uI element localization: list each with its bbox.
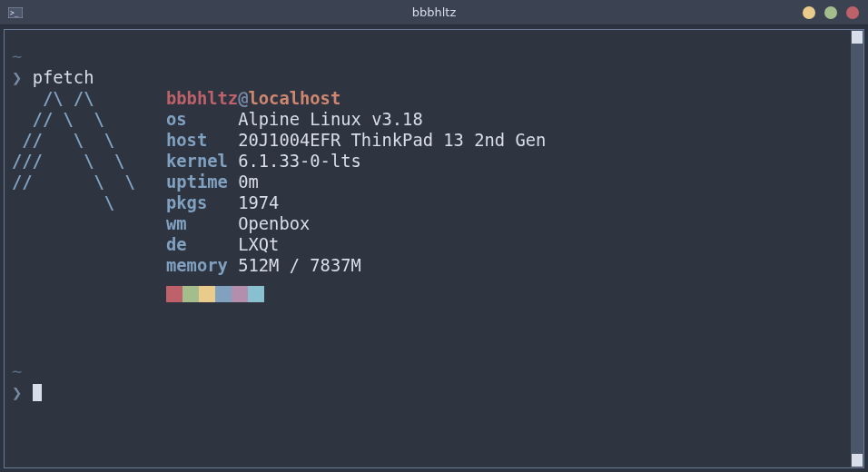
fetch-label-host: host: [166, 130, 207, 151]
terminal-frame: ~ ❯ pfetch /\ /\bbbhltz@localhost // \ \…: [0, 25, 868, 472]
fetch-value-uptime: 0m: [238, 172, 259, 192]
color-palette: [166, 286, 856, 302]
fetch-label-kernel: kernel: [166, 151, 228, 172]
fetch-value-host: 20J1004EFR ThinkPad 13 2nd Gen: [238, 130, 546, 151]
fetch-row-kernel: /// \ \kernel 6.1.33-0-lts: [12, 151, 856, 172]
active-prompt: ❯: [12, 382, 856, 403]
scrollbar[interactable]: [851, 30, 863, 467]
terminal-app-icon: >_: [7, 6, 24, 19]
close-button[interactable]: [846, 6, 859, 19]
prompt-char: ❯: [12, 383, 22, 402]
svg-text:>_: >_: [10, 9, 19, 17]
terminal-window: >_ bbbhltz ~ ❯ pfetch /\ /\bbbhltz@local…: [0, 0, 868, 472]
maximize-button[interactable]: [824, 6, 837, 19]
color-swatch-cyan: [248, 286, 264, 302]
prompt-line-1: ~: [12, 46, 856, 67]
fetch-value-de: LXQt: [238, 234, 279, 255]
fetch-value-kernel: 6.1.33-0-lts: [238, 151, 361, 172]
ascii-art-line: [12, 213, 166, 234]
window-controls: [803, 6, 859, 19]
prompt-line-2: ~: [12, 361, 856, 382]
tilde-indicator: ~: [12, 362, 22, 381]
ascii-art-line: [12, 255, 166, 276]
color-swatch-red: [166, 286, 182, 302]
ascii-art-line: /\ /\: [12, 88, 166, 109]
fetch-row-de: de LXQt: [12, 234, 856, 255]
tilde-indicator: ~: [12, 47, 22, 66]
scrollbar-arrow-down[interactable]: [852, 454, 863, 467]
command-text: pfetch: [33, 68, 94, 87]
ascii-art-line: // \ \: [12, 130, 166, 151]
fetch-row-header: /\ /\bbbhltz@localhost: [12, 88, 856, 109]
fetch-row-wm: wm Openbox: [12, 213, 856, 234]
titlebar[interactable]: >_ bbbhltz: [0, 0, 868, 25]
window-title: bbbhltz: [0, 5, 868, 19]
fetch-row-pkgs: \pkgs 1974: [12, 192, 856, 213]
fetch-label-de: de: [166, 234, 187, 255]
fetch-label-wm: wm: [166, 213, 187, 234]
fetch-value-pkgs: 1974: [238, 192, 279, 213]
prompt-char: ❯: [12, 68, 22, 87]
fetch-value-os: Alpine Linux v3.18: [238, 109, 423, 130]
terminal-body[interactable]: ~ ❯ pfetch /\ /\bbbhltz@localhost // \ \…: [4, 29, 864, 468]
scrollbar-arrow-up[interactable]: [852, 31, 863, 44]
fetch-value-memory: 512M / 7837M: [238, 255, 361, 276]
fetch-row-memory: memory 512M / 7837M: [12, 255, 856, 276]
empty-space: [12, 302, 856, 361]
ascii-art-line: \: [12, 192, 166, 213]
fetch-label-uptime: uptime: [166, 172, 228, 192]
cursor: [33, 384, 42, 401]
fetch-label-pkgs: pkgs: [166, 192, 207, 213]
fetch-row-host: // \ \host 20J1004EFR ThinkPad 13 2nd Ge…: [12, 130, 856, 151]
fetch-at: @: [238, 89, 248, 108]
color-swatch-magenta: [232, 286, 248, 302]
ascii-art-line: /// \ \: [12, 151, 166, 172]
color-swatch-yellow: [199, 286, 215, 302]
minimize-button[interactable]: [803, 6, 815, 19]
fetch-user: bbbhltz: [166, 89, 238, 108]
fetch-row-uptime: // \ \uptime 0m: [12, 172, 856, 192]
command-line: ❯ pfetch: [12, 67, 856, 88]
ascii-art-line: // \ \: [12, 109, 166, 130]
fetch-label-os: os: [166, 109, 187, 130]
ascii-art-line: // \ \: [12, 172, 166, 192]
ascii-art-line: [12, 234, 166, 255]
fetch-value-wm: Openbox: [238, 213, 310, 234]
color-swatch-green: [182, 286, 199, 302]
fetch-label-memory: memory: [166, 255, 228, 276]
fetch-hostname: localhost: [248, 89, 340, 108]
color-swatch-blue: [215, 286, 232, 302]
fetch-row-os: // \ \os Alpine Linux v3.18: [12, 109, 856, 130]
